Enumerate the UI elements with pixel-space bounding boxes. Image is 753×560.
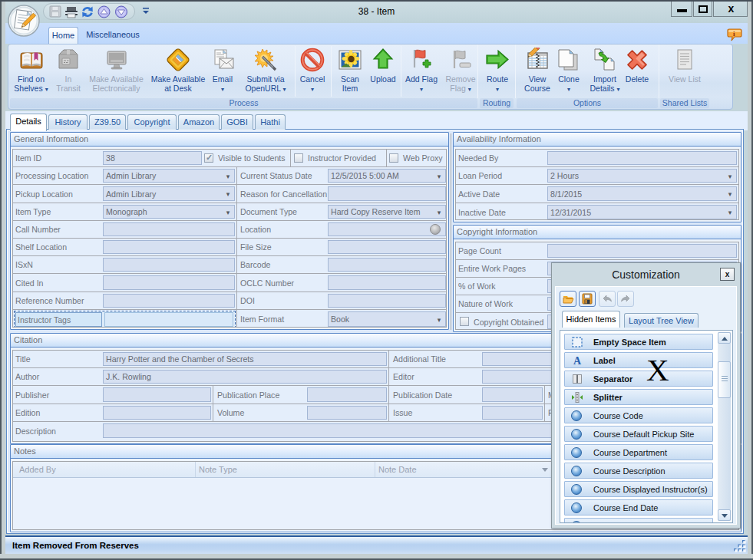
- svg-text:A: A: [573, 355, 582, 367]
